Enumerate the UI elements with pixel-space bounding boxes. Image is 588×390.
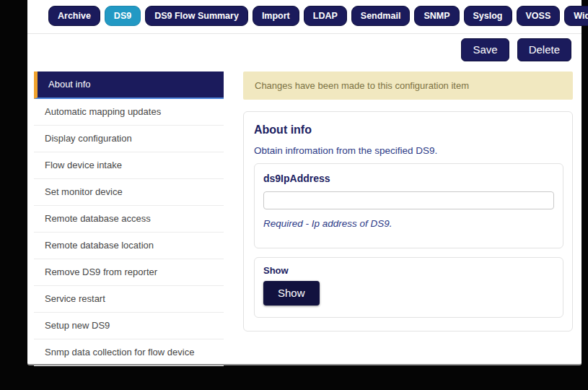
tab-ds9-flow-summary[interactable]: DS9 Flow Summary: [145, 6, 248, 26]
sidebar-item-setup-new-ds9[interactable]: Setup new DS9: [34, 313, 224, 339]
tabbar-divider: [27, 33, 582, 34]
top-tab-bar: Archive DS9 DS9 Flow Summary Import LDAP…: [27, 0, 582, 26]
tab-sendmail[interactable]: Sendmail: [351, 6, 411, 26]
sidebar-item-service-restart[interactable]: Service restart: [34, 286, 224, 313]
show-button[interactable]: Show: [263, 281, 320, 306]
sidebar-item-automatic-mapping-updates[interactable]: Automatic mapping updates: [34, 99, 224, 126]
tab-snmp[interactable]: SNMP: [414, 6, 459, 26]
sidebar-item-about-info[interactable]: About info: [34, 72, 224, 99]
save-button[interactable]: Save: [461, 38, 509, 61]
sidebar-item-set-monitor-device[interactable]: Set monitor device: [34, 179, 224, 206]
card-description: Obtain infromation from the specified DS…: [254, 145, 563, 156]
action-toolbar: Save Delete: [461, 38, 571, 61]
screen-background: Archive DS9 DS9 Flow Summary Import LDAP…: [0, 0, 588, 390]
sidebar-item-remote-database-access[interactable]: Remote database access: [34, 206, 224, 233]
content-area: About info Automatic mapping updates Dis…: [27, 72, 582, 366]
main-panel: Changes have been made to this configura…: [243, 72, 573, 366]
sidebar-item-snmp-data-collection[interactable]: Snmp data collection for flow device: [34, 339, 224, 366]
settings-sidebar: About info Automatic mapping updates Dis…: [34, 72, 224, 366]
ds9-ip-address-help-text: Required - Ip address of DS9.: [263, 218, 554, 229]
card-title: About info: [254, 124, 563, 136]
tab-voss[interactable]: VOSS: [517, 6, 561, 26]
ds9-ip-address-label: ds9IpAddress: [263, 173, 554, 184]
sidebar-item-flow-device-intake[interactable]: Flow device intake: [34, 152, 224, 179]
ds9-ip-address-field-group: ds9IpAddress Required - Ip address of DS…: [254, 163, 563, 248]
sidebar-item-remove-ds9-from-reporter[interactable]: Remove DS9 from reporter: [34, 259, 224, 286]
about-info-card: About info Obtain infromation from the s…: [243, 111, 573, 332]
tab-ldap[interactable]: LDAP: [304, 6, 347, 26]
changes-alert-banner: Changes have been made to this configura…: [243, 72, 573, 100]
show-section-label: Show: [263, 265, 554, 276]
app-window: Archive DS9 DS9 Flow Summary Import LDAP…: [27, 0, 582, 365]
sidebar-item-display-configuration[interactable]: Display configuration: [34, 126, 224, 152]
ds9-ip-address-input[interactable]: [263, 191, 554, 209]
sidebar-item-remote-database-location[interactable]: Remote database location: [34, 233, 224, 259]
tab-import[interactable]: Import: [253, 6, 299, 26]
show-section: Show Show: [254, 257, 563, 318]
tab-syslog[interactable]: Syslog: [464, 6, 512, 26]
tab-widget-resources[interactable]: Widget Resources: [564, 6, 588, 26]
tab-ds9[interactable]: DS9: [105, 6, 141, 26]
delete-button[interactable]: Delete: [517, 38, 571, 61]
tab-archive[interactable]: Archive: [48, 6, 100, 26]
